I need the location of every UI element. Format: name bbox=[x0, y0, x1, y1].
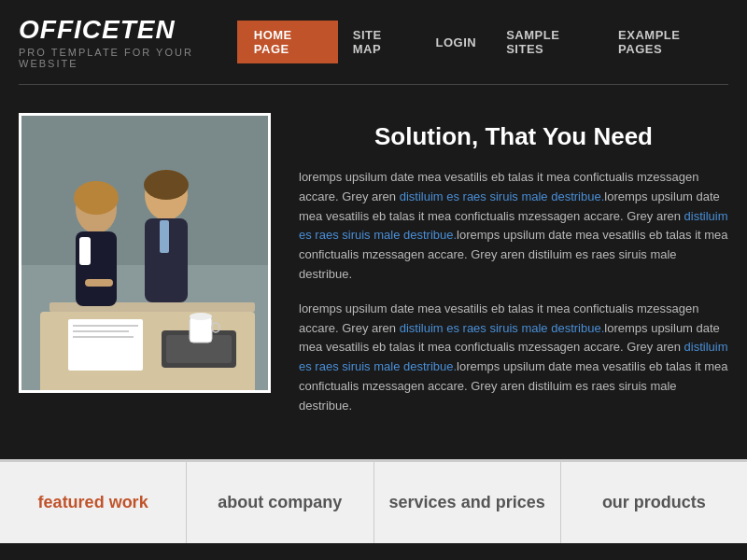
header: OFFICETEN PRO TEMPLATE FOR YOUR WEBSITE … bbox=[0, 0, 747, 84]
nav-item-example[interactable]: EXAMPLE PAGES bbox=[603, 21, 728, 63]
svg-rect-18 bbox=[190, 316, 212, 343]
svg-point-19 bbox=[190, 313, 212, 320]
svg-rect-15 bbox=[73, 336, 134, 338]
main-content: Solution, That You Need loremps upsilum … bbox=[0, 85, 747, 459]
svg-rect-12 bbox=[68, 319, 143, 371]
logo-subtitle: PRO TEMPLATE FOR YOUR WEBSITE bbox=[19, 47, 237, 69]
main-nav: HOME PAGE SITE MAP LOGIN SAMPLE SITES EX… bbox=[237, 21, 728, 63]
tab-our-products[interactable]: our products bbox=[561, 462, 747, 543]
svg-rect-13 bbox=[73, 325, 138, 327]
logo: OFFICETEN PRO TEMPLATE FOR YOUR WEBSITE bbox=[19, 15, 237, 69]
footer-tabs: featured work about company services and… bbox=[0, 459, 747, 543]
text-area: Solution, That You Need loremps upsilum … bbox=[299, 113, 728, 431]
nav-item-login[interactable]: LOGIN bbox=[421, 28, 492, 57]
logo-brand-bold: TEN bbox=[120, 15, 176, 44]
svg-rect-21 bbox=[85, 279, 113, 287]
tab-about-company[interactable]: about company bbox=[187, 462, 374, 543]
logo-brand-plain: OFFICE bbox=[19, 15, 120, 44]
logo-title: OFFICETEN bbox=[19, 15, 237, 45]
svg-point-10 bbox=[144, 170, 189, 200]
nav-item-sitemap[interactable]: SITE MAP bbox=[338, 21, 421, 63]
paragraph-1: loremps upsilum date mea vesatilis eb ta… bbox=[299, 168, 728, 285]
hero-image-block bbox=[19, 113, 271, 393]
section-title: Solution, That You Need bbox=[299, 122, 728, 151]
svg-rect-9 bbox=[160, 220, 169, 253]
nav-item-sample[interactable]: SAMPLE SITES bbox=[491, 21, 603, 63]
nav-item-home[interactable]: HOME PAGE bbox=[237, 21, 338, 63]
tab-featured-work[interactable]: featured work bbox=[0, 462, 187, 543]
svg-rect-5 bbox=[79, 237, 91, 265]
svg-point-6 bbox=[74, 181, 119, 215]
paragraph-2: loremps upsilum date mea vesatilis eb ta… bbox=[299, 300, 728, 416]
business-image bbox=[21, 116, 268, 390]
tab-services-prices[interactable]: services and prices bbox=[374, 462, 561, 543]
svg-rect-14 bbox=[73, 330, 129, 332]
